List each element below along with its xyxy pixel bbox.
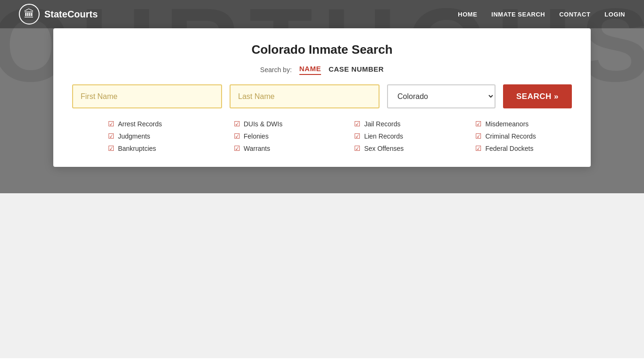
checklist: ☑ Arrest Records ☑ Judgments ☑ Bankruptc… (72, 120, 572, 153)
check-icon-4: ☑ (234, 120, 240, 128)
check-icon-8: ☑ (354, 132, 360, 140)
check-criminal-records: ☑ Criminal Records (475, 132, 536, 140)
check-icon-6: ☑ (234, 144, 240, 153)
check-icon-11: ☑ (475, 132, 481, 140)
search-by-label: Search by: (260, 66, 292, 74)
tab-name[interactable]: NAME (299, 65, 321, 75)
main-nav: 🏛 StateCourts HOME INMATE SEARCH CONTACT… (0, 0, 644, 28)
check-label: Misdemeanors (485, 120, 528, 128)
check-icon-1: ☑ (108, 120, 114, 128)
nav-links: HOME INMATE SEARCH CONTACT LOGIN (458, 11, 625, 18)
check-label: Judgments (118, 132, 150, 140)
breadcrumb: Home › Inmate Search › Colorado › Delta … (0, 358, 644, 362)
check-label: Jail Records (364, 120, 400, 128)
check-icon-5: ☑ (234, 132, 240, 140)
check-icon-7: ☑ (354, 120, 360, 128)
check-label: Criminal Records (485, 132, 536, 140)
check-federal-dockets: ☑ Federal Dockets (475, 144, 536, 153)
checklist-col-1: ☑ Arrest Records ☑ Judgments ☑ Bankruptc… (108, 120, 162, 153)
check-icon-3: ☑ (108, 144, 114, 153)
check-icon-2: ☑ (108, 132, 114, 140)
tab-case-number[interactable]: CASE NUMBER (329, 65, 384, 74)
search-card: Colorado Inmate Search Search by: NAME C… (53, 28, 591, 167)
nav-inmate-search[interactable]: INMATE SEARCH (491, 11, 545, 18)
search-title: Colorado Inmate Search (72, 42, 572, 57)
check-label: Arrest Records (118, 120, 162, 128)
checklist-col-4: ☑ Misdemeanors ☑ Criminal Records ☑ Fede… (475, 120, 536, 153)
checklist-col-3: ☑ Jail Records ☑ Lien Records ☑ Sex Offe… (354, 120, 404, 153)
search-by-row: Search by: NAME CASE NUMBER (72, 65, 572, 75)
check-label: Federal Dockets (485, 145, 533, 152)
nav-contact[interactable]: CONTACT (559, 11, 590, 18)
first-name-input[interactable] (72, 84, 222, 108)
check-arrest-records: ☑ Arrest Records (108, 120, 162, 128)
logo[interactable]: 🏛 StateCourts (19, 4, 98, 25)
check-duis: ☑ DUIs & DWIs (234, 120, 282, 128)
nav-home[interactable]: HOME (458, 11, 477, 18)
check-label: Lien Records (364, 132, 403, 140)
nav-login[interactable]: LOGIN (604, 11, 625, 18)
search-button[interactable]: SEARCH » (503, 84, 572, 108)
last-name-input[interactable] (230, 84, 380, 108)
checklist-col-2: ☑ DUIs & DWIs ☑ Felonies ☑ Warrants (234, 120, 282, 153)
check-judgments: ☑ Judgments (108, 132, 162, 140)
check-label: Felonies (244, 132, 269, 140)
check-label: DUIs & DWIs (244, 120, 282, 128)
check-misdemeanors: ☑ Misdemeanors (475, 120, 536, 128)
check-label: Sex Offenses (364, 145, 404, 152)
check-jail-records: ☑ Jail Records (354, 120, 404, 128)
hero-section: COURTHOUSE 🏛 StateCourts HOME INMATE SEA… (0, 0, 644, 193)
check-label: Warrants (244, 145, 270, 152)
check-felonies: ☑ Felonies (234, 132, 282, 140)
check-icon-10: ☑ (475, 120, 481, 128)
state-select[interactable]: Colorado AlabamaAlaskaArizonaArkansas Ca… (387, 84, 495, 108)
logo-icon: 🏛 (19, 4, 40, 25)
check-icon-12: ☑ (475, 144, 481, 153)
check-lien-records: ☑ Lien Records (354, 132, 404, 140)
check-sex-offenses: ☑ Sex Offenses (354, 144, 404, 153)
check-icon-9: ☑ (354, 144, 360, 153)
check-label: Bankruptcies (118, 145, 156, 152)
check-warrants: ☑ Warrants (234, 144, 282, 153)
search-inputs-row: Colorado AlabamaAlaskaArizonaArkansas Ca… (72, 84, 572, 108)
check-bankruptcies: ☑ Bankruptcies (108, 144, 162, 153)
logo-text: StateCourts (44, 9, 98, 20)
